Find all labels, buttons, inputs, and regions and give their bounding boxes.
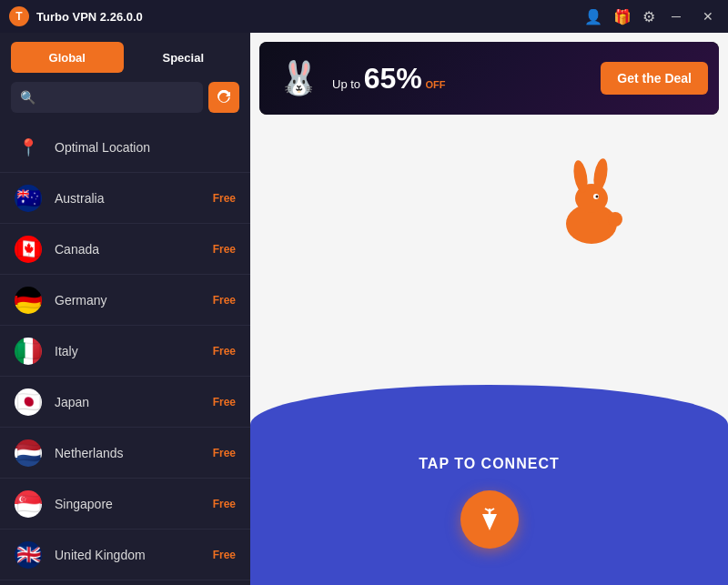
flag-de: 🇩🇪 (15, 287, 42, 314)
carrot-icon (475, 505, 504, 534)
right-panel: 🐰 Up to 65% OFF Get the Deal (250, 33, 728, 585)
flag-it: 🇮🇹 (15, 338, 42, 365)
server-item-nl[interactable]: 🇳🇱 Netherlands Free (0, 428, 250, 479)
rabbit-illustration (546, 142, 637, 255)
svg-point-8 (596, 196, 599, 198)
connect-button[interactable] (460, 490, 519, 549)
app-logo: T (9, 6, 29, 26)
optimal-location-label: Optimal Location (55, 140, 236, 155)
title-bar-controls: 👤 🎁 ⚙ ─ ✕ (584, 7, 719, 25)
server-item-uk[interactable]: 🇬🇧 United Kingdom Free (0, 530, 250, 580)
server-list-container: 🇦🇺 Australia Free 🇨🇦 Canada Free 🇩🇪 Germ… (0, 173, 250, 580)
server-badge-jp: Free (213, 396, 236, 408)
server-item-jp[interactable]: 🇯🇵 Japan Free (0, 377, 250, 428)
server-badge-sg: Free (213, 498, 236, 510)
server-item-sg[interactable]: 🇸🇬 Singapore Free (0, 479, 250, 530)
flag-jp: 🇯🇵 (15, 388, 42, 416)
server-badge-nl: Free (213, 447, 236, 459)
main-container: Global Special 🔍 📍 Optimal Location (0, 33, 728, 585)
refresh-icon (217, 90, 231, 105)
server-name-au: Australia (55, 191, 213, 206)
flag-ca: 🇨🇦 (15, 236, 42, 263)
search-icon: 🔍 (20, 90, 35, 105)
server-name-uk: United Kingdom (55, 548, 213, 562)
banner-off: OFF (425, 79, 445, 90)
server-item-ca[interactable]: 🇨🇦 Canada Free (0, 224, 250, 275)
settings-icon[interactable]: ⚙ (642, 8, 655, 25)
server-item-au[interactable]: 🇦🇺 Australia Free (0, 173, 250, 224)
server-list: 📍 Optimal Location 🇦🇺 Australia Free 🇨🇦 … (0, 122, 250, 585)
refresh-button[interactable] (208, 82, 239, 113)
server-name-de: Germany (55, 293, 213, 308)
server-badge-uk: Free (213, 549, 236, 561)
banner-character: 🐰 (267, 42, 330, 115)
server-name-nl: Netherlands (55, 446, 213, 460)
pin-icon: 📍 (15, 137, 42, 157)
app-title: Turbo VPN 2.26.0.0 (36, 10, 584, 24)
search-input-wrap: 🔍 (11, 82, 203, 113)
flag-sg: 🇸🇬 (15, 490, 42, 518)
wave-background (250, 385, 728, 585)
search-row: 🔍 (0, 82, 250, 122)
connect-text: TAP TO CONNECT (419, 456, 559, 472)
title-bar: T Turbo VPN 2.26.0.0 👤 🎁 ⚙ ─ ✕ (0, 0, 728, 33)
banner-text: Up to 65% OFF (332, 64, 445, 93)
server-item-de[interactable]: 🇩🇪 Germany Free (0, 275, 250, 326)
flag-nl: 🇳🇱 (15, 439, 42, 467)
svg-marker-9 (482, 514, 497, 530)
server-name-jp: Japan (55, 395, 213, 409)
user-icon[interactable]: 👤 (584, 8, 602, 25)
server-name-ca: Canada (55, 242, 213, 257)
banner-upto: Up to (332, 77, 360, 91)
svg-text:T: T (15, 10, 23, 23)
promo-banner: 🐰 Up to 65% OFF Get the Deal (259, 42, 719, 115)
get-deal-button[interactable]: Get the Deal (601, 62, 708, 95)
search-input[interactable] (35, 91, 194, 105)
tab-global[interactable]: Global (11, 42, 124, 73)
gift-icon[interactable]: 🎁 (613, 8, 632, 25)
server-badge-de: Free (213, 294, 236, 307)
optimal-location-item[interactable]: 📍 Optimal Location (0, 122, 250, 173)
banner-percent: 65% (364, 62, 422, 95)
sidebar: Global Special 🔍 📍 Optimal Location (0, 33, 250, 585)
svg-point-6 (608, 212, 622, 227)
rabbit-svg (546, 142, 637, 251)
server-badge-it: Free (213, 345, 236, 358)
server-badge-au: Free (213, 192, 236, 205)
connect-area: TAP TO CONNECT (250, 115, 728, 585)
minimize-button[interactable]: ─ (666, 7, 686, 25)
server-item-it[interactable]: 🇮🇹 Italy Free (0, 326, 250, 377)
server-name-sg: Singapore (55, 497, 213, 511)
server-name-it: Italy (55, 344, 213, 358)
server-badge-ca: Free (213, 243, 236, 256)
flag-uk: 🇬🇧 (15, 541, 42, 569)
tab-special[interactable]: Special (127, 42, 240, 73)
tab-row: Global Special (0, 33, 250, 82)
close-button[interactable]: ✕ (697, 7, 719, 25)
flag-au: 🇦🇺 (15, 185, 42, 212)
